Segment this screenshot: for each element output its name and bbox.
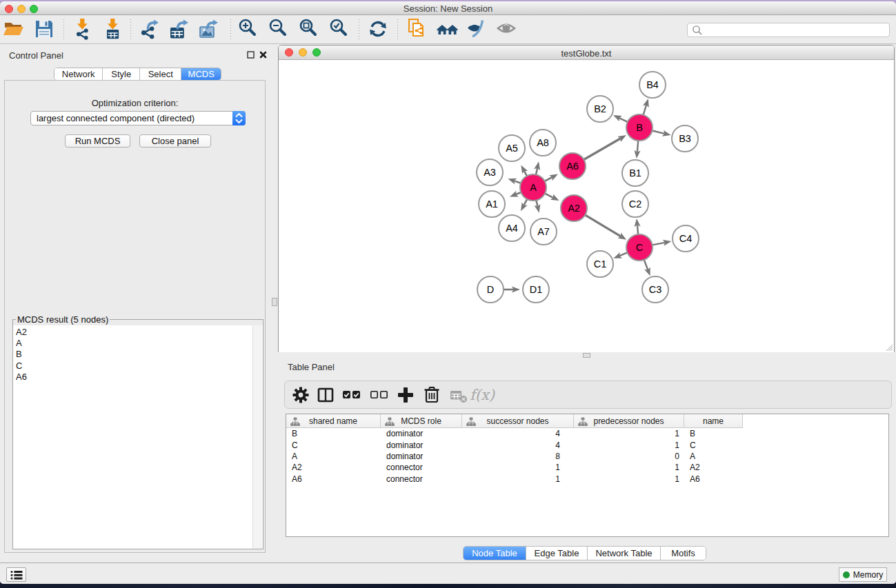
- graph-node-D[interactable]: D: [477, 276, 504, 303]
- edge-B-B4[interactable]: [644, 105, 646, 115]
- refresh-button[interactable]: [366, 19, 390, 42]
- graph-node-B3[interactable]: B3: [672, 125, 698, 152]
- export-image-button[interactable]: [197, 19, 221, 42]
- graph-node-A7[interactable]: A7: [530, 219, 557, 245]
- tab-network-table[interactable]: Network Table: [588, 547, 661, 560]
- edge-C-C3[interactable]: [644, 260, 648, 270]
- import-network-button[interactable]: [71, 19, 94, 42]
- table-row-B[interactable]: Bdominator41B: [286, 428, 743, 439]
- graph-node-A8[interactable]: A8: [530, 130, 556, 156]
- edge-A-A4[interactable]: [524, 199, 527, 205]
- close-panel-icon[interactable]: [259, 51, 267, 59]
- open-file-button[interactable]: [2, 19, 26, 42]
- network-graph[interactable]: B4 B2 B B3 A5 A8 A6 A3 B1 A A1 C2 A2: [279, 61, 894, 352]
- edge-B-B2[interactable]: [619, 118, 628, 122]
- column-header-successor-nodes[interactable]: successor nodes: [462, 414, 574, 427]
- graph-node-C2[interactable]: C2: [622, 191, 648, 217]
- new-network-from-selection-button[interactable]: [405, 19, 428, 42]
- tab-style[interactable]: Style: [103, 68, 140, 80]
- vertical-divider-handle[interactable]: [272, 298, 277, 306]
- column-header-shared-name[interactable]: shared name: [286, 414, 381, 427]
- memory-button[interactable]: Memory: [839, 567, 887, 582]
- network-canvas[interactable]: B4 B2 B B3 A5 A8 A6 A3 B1 A A1 C2 A2: [279, 61, 894, 352]
- add-column-button[interactable]: [394, 383, 417, 407]
- export-network-button[interactable]: [138, 19, 161, 42]
- edge-A-A3[interactable]: [514, 181, 521, 183]
- first-neighbors-button[interactable]: [435, 19, 459, 42]
- split-columns-button[interactable]: [314, 383, 337, 407]
- column-header-MCDS-role[interactable]: MCDS role: [381, 414, 462, 427]
- table-row-C[interactable]: Cdominator41C: [286, 439, 743, 450]
- graph-node-A5[interactable]: A5: [499, 135, 525, 161]
- result-item[interactable]: B: [13, 349, 263, 360]
- edge-A-A6[interactable]: [545, 177, 552, 181]
- float-panel-icon[interactable]: [247, 51, 255, 59]
- graph-node-C[interactable]: C: [626, 234, 653, 261]
- tab-motifs[interactable]: Motifs: [661, 547, 706, 560]
- gear-button[interactable]: [289, 383, 312, 407]
- zoom-out-button[interactable]: [268, 19, 291, 42]
- column-header-predecessor-nodes[interactable]: predecessor nodes: [574, 414, 684, 427]
- tab-network[interactable]: Network: [54, 68, 103, 80]
- edge-A2-C[interactable]: [585, 215, 621, 236]
- edge-C-C2[interactable]: [637, 225, 638, 234]
- export-table-button[interactable]: [168, 19, 191, 42]
- graph-node-A1[interactable]: A1: [479, 191, 505, 217]
- table-row-A2[interactable]: A2connector11A2: [286, 462, 743, 473]
- mcds-result-list[interactable]: A2ABCA6: [13, 325, 263, 549]
- edge-A6-B[interactable]: [584, 139, 620, 160]
- run-mcds-button[interactable]: Run MCDS: [65, 134, 130, 148]
- criterion-select[interactable]: largest connected component (directed): [30, 111, 246, 125]
- edge-B-B1[interactable]: [637, 141, 639, 152]
- graph-node-B2[interactable]: B2: [587, 96, 613, 122]
- graph-node-B4[interactable]: B4: [639, 72, 666, 98]
- graph-node-A[interactable]: A: [520, 174, 546, 201]
- graph-node-A3[interactable]: A3: [477, 159, 503, 185]
- graph-node-B1[interactable]: B1: [622, 160, 648, 186]
- window-resize-grip[interactable]: [885, 343, 893, 352]
- tab-node-table[interactable]: Node Table: [464, 547, 526, 560]
- graph-node-A6[interactable]: A6: [559, 153, 586, 179]
- graph-node-B[interactable]: B: [626, 114, 653, 141]
- hide-selected-button[interactable]: [466, 19, 489, 42]
- result-item[interactable]: A2: [13, 327, 263, 338]
- zoom-fit-button[interactable]: [298, 19, 321, 42]
- tab-mcds[interactable]: MCDS: [181, 68, 221, 80]
- close-panel-button[interactable]: Close panel: [139, 134, 211, 148]
- edge-A-A8[interactable]: [536, 168, 537, 175]
- save-session-button[interactable]: [32, 19, 56, 42]
- edge-A-A7[interactable]: [536, 200, 537, 206]
- main-titlebar[interactable]: Session: New Session: [0, 1, 896, 15]
- result-item[interactable]: A: [13, 338, 263, 349]
- edge-C-C1[interactable]: [619, 252, 627, 256]
- edge-B-B3[interactable]: [652, 130, 664, 133]
- column-header-name[interactable]: name: [684, 414, 743, 427]
- result-item[interactable]: C: [13, 361, 263, 372]
- edge-A-A2[interactable]: [545, 194, 553, 198]
- graph-node-C3[interactable]: C3: [642, 276, 668, 303]
- result-scrollbar[interactable]: [252, 325, 262, 549]
- zoom-selected-button[interactable]: [328, 19, 352, 42]
- import-table-button[interactable]: [101, 19, 125, 42]
- show-panels-list-button[interactable]: [6, 567, 26, 582]
- select-all-button[interactable]: [340, 383, 364, 407]
- network-window-titlebar[interactable]: testGlobe.txt: [279, 45, 894, 60]
- edge-A-A5[interactable]: [524, 171, 527, 176]
- edge-A-A1[interactable]: [516, 192, 521, 194]
- tab-select[interactable]: Select: [140, 68, 182, 80]
- tab-edge-table[interactable]: Edge Table: [526, 547, 588, 560]
- graph-node-A2[interactable]: A2: [561, 195, 587, 221]
- graph-node-C4[interactable]: C4: [673, 225, 699, 252]
- table-row-A6[interactable]: A6connector11A6: [286, 474, 743, 485]
- zoom-in-button[interactable]: [237, 19, 261, 42]
- graph-node-D1[interactable]: D1: [523, 276, 549, 303]
- edge-C-C4[interactable]: [653, 243, 665, 245]
- delete-column-button[interactable]: [420, 383, 444, 407]
- deselect-all-button[interactable]: [368, 383, 391, 407]
- graph-node-A4[interactable]: A4: [499, 215, 525, 241]
- search-input[interactable]: [687, 23, 890, 37]
- result-item[interactable]: A6: [13, 372, 263, 383]
- graph-node-C1[interactable]: C1: [587, 251, 613, 277]
- table-row-A[interactable]: Adominator80A: [286, 451, 743, 462]
- horizontal-divider-handle[interactable]: [583, 353, 590, 358]
